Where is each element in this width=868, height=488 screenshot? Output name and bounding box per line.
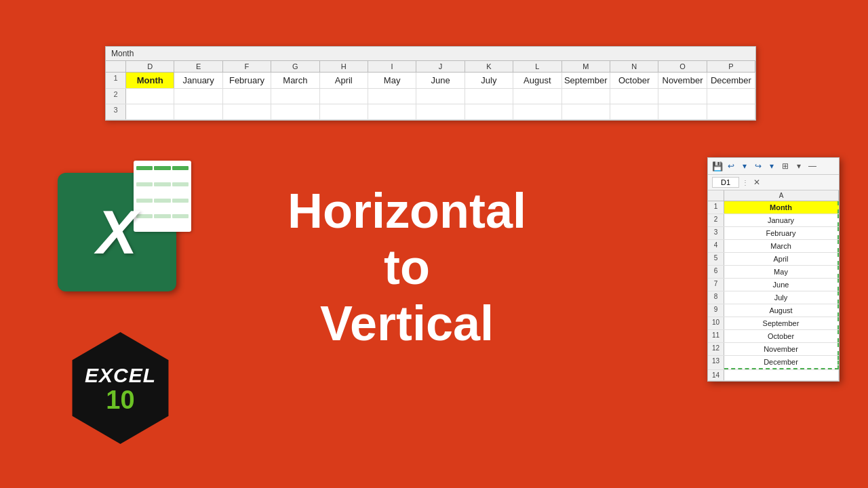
right-cell-9[interactable]: August bbox=[724, 304, 839, 317]
right-cell-11[interactable]: October bbox=[724, 330, 839, 342]
col-header-g: G bbox=[271, 61, 319, 72]
excel-page-lines bbox=[134, 161, 191, 232]
right-cell-13[interactable]: December bbox=[724, 356, 839, 369]
cell-j3[interactable] bbox=[416, 104, 465, 119]
cell-n1[interactable]: October bbox=[610, 73, 658, 88]
redo-icon[interactable]: ↪ bbox=[753, 161, 764, 171]
undo-icon[interactable]: ↩ bbox=[726, 161, 736, 171]
excel10-badge: EXCEL 10 bbox=[64, 332, 176, 444]
save-icon[interactable]: 💾 bbox=[712, 161, 723, 171]
cell-d3[interactable] bbox=[126, 104, 174, 119]
cell-j2[interactable] bbox=[416, 89, 465, 104]
right-cell-14[interactable] bbox=[724, 370, 839, 380]
cell-reference-box[interactable]: D1 bbox=[712, 177, 739, 188]
cell-k2[interactable] bbox=[465, 89, 513, 104]
mode-icon[interactable]: ⊞ bbox=[780, 161, 791, 171]
cell-h3[interactable] bbox=[320, 104, 368, 119]
right-cell-8[interactable]: July bbox=[724, 291, 839, 304]
right-rownum-6: 6 bbox=[708, 266, 724, 278]
cell-k3[interactable] bbox=[465, 104, 513, 119]
page-line-8 bbox=[154, 199, 170, 203]
cell-p1[interactable]: December bbox=[707, 73, 755, 88]
cell-d2[interactable] bbox=[126, 89, 174, 104]
right-row-10: 10 September bbox=[708, 317, 839, 330]
cell-g3[interactable] bbox=[271, 104, 319, 119]
right-cell-4[interactable]: March bbox=[724, 240, 839, 252]
cell-p3[interactable] bbox=[707, 104, 755, 119]
cell-o3[interactable] bbox=[658, 104, 707, 119]
page-line-6 bbox=[172, 182, 189, 186]
cell-l1[interactable]: August bbox=[513, 73, 561, 88]
row-num-spacer bbox=[106, 61, 126, 72]
minimize-icon[interactable]: — bbox=[807, 161, 818, 171]
col-header-h: H bbox=[320, 61, 368, 72]
right-rownum-12: 12 bbox=[708, 343, 724, 355]
right-row-3: 3 February bbox=[708, 227, 839, 240]
cell-n3[interactable] bbox=[610, 104, 658, 119]
right-grid: A 1 Month 2 January 3 February 4 March 5… bbox=[708, 190, 839, 381]
cell-f1[interactable]: February bbox=[223, 73, 271, 88]
cell-m3[interactable] bbox=[562, 104, 610, 119]
col-header-o: O bbox=[658, 61, 707, 72]
right-col-a-header: A bbox=[724, 190, 839, 201]
right-rownum-13: 13 bbox=[708, 356, 724, 369]
cell-f2[interactable] bbox=[223, 89, 271, 104]
cell-i3[interactable] bbox=[368, 104, 416, 119]
right-toolbar: 💾 ↩ ▾ ↪ ▾ ⊞ ▾ — bbox=[708, 158, 839, 175]
cell-l2[interactable] bbox=[513, 89, 561, 104]
right-rownum-10: 10 bbox=[708, 317, 724, 329]
cell-n2[interactable] bbox=[610, 89, 658, 104]
right-rownum-1: 1 bbox=[708, 201, 724, 214]
col-header-i: I bbox=[368, 61, 416, 72]
right-cell-6[interactable]: May bbox=[724, 266, 839, 278]
cell-o2[interactable] bbox=[658, 89, 707, 104]
right-spreadsheet: 💾 ↩ ▾ ↪ ▾ ⊞ ▾ — D1 ⋮ ✕ A 1 Month 2 Janua… bbox=[707, 157, 840, 382]
right-row-12: 12 November bbox=[708, 343, 839, 356]
redo-dropdown-icon[interactable]: ▾ bbox=[766, 161, 777, 171]
col-header-e: E bbox=[174, 61, 222, 72]
cell-h2[interactable] bbox=[320, 89, 368, 104]
cancel-icon[interactable]: ✕ bbox=[751, 177, 762, 188]
right-col-headers: A bbox=[708, 190, 839, 201]
cell-m2[interactable] bbox=[562, 89, 610, 104]
right-cell-7[interactable]: June bbox=[724, 279, 839, 291]
right-rownum-7: 7 bbox=[708, 279, 724, 291]
cell-j1[interactable]: June bbox=[416, 73, 465, 88]
right-cell-12[interactable]: November bbox=[724, 343, 839, 355]
right-cell-2[interactable]: January bbox=[724, 214, 839, 226]
excel-logo-background: X bbox=[58, 173, 176, 291]
cell-g1[interactable]: March bbox=[271, 73, 319, 88]
undo-dropdown-icon[interactable]: ▾ bbox=[739, 161, 750, 171]
more-icon[interactable]: ▾ bbox=[793, 161, 804, 171]
page-line-10 bbox=[136, 214, 153, 218]
col-header-m: M bbox=[562, 61, 610, 72]
right-row-5: 5 April bbox=[708, 253, 839, 266]
row-num-1: 1 bbox=[106, 73, 126, 88]
top-sheet-title: Month bbox=[106, 47, 755, 61]
center-title: Horizontal to Vertical bbox=[210, 183, 604, 351]
right-cell-10[interactable]: September bbox=[724, 317, 839, 329]
cell-g2[interactable] bbox=[271, 89, 319, 104]
cell-e1[interactable]: January bbox=[174, 73, 222, 88]
right-formula-bar: D1 ⋮ ✕ bbox=[708, 175, 839, 190]
right-cell-3[interactable]: February bbox=[724, 227, 839, 239]
right-rownum-2: 2 bbox=[708, 214, 724, 226]
cell-i1[interactable]: May bbox=[368, 73, 416, 88]
cell-p2[interactable] bbox=[707, 89, 755, 104]
cell-k1[interactable]: July bbox=[465, 73, 513, 88]
right-cell-1[interactable]: Month bbox=[724, 201, 839, 214]
cell-l3[interactable] bbox=[513, 104, 561, 119]
cell-o1[interactable]: November bbox=[658, 73, 707, 88]
title-line2: to bbox=[210, 239, 604, 296]
cell-h1[interactable]: April bbox=[320, 73, 368, 88]
cell-m1[interactable]: September bbox=[562, 73, 610, 88]
right-row-11: 11 October bbox=[708, 330, 839, 343]
right-row-4: 4 March bbox=[708, 240, 839, 253]
cell-d1[interactable]: Month bbox=[126, 73, 174, 88]
cell-i2[interactable] bbox=[368, 89, 416, 104]
cell-e2[interactable] bbox=[174, 89, 222, 104]
right-cell-5[interactable]: April bbox=[724, 253, 839, 265]
cell-f3[interactable] bbox=[223, 104, 271, 119]
cell-e3[interactable] bbox=[174, 104, 222, 119]
badge-num-text: 10 bbox=[106, 387, 134, 413]
